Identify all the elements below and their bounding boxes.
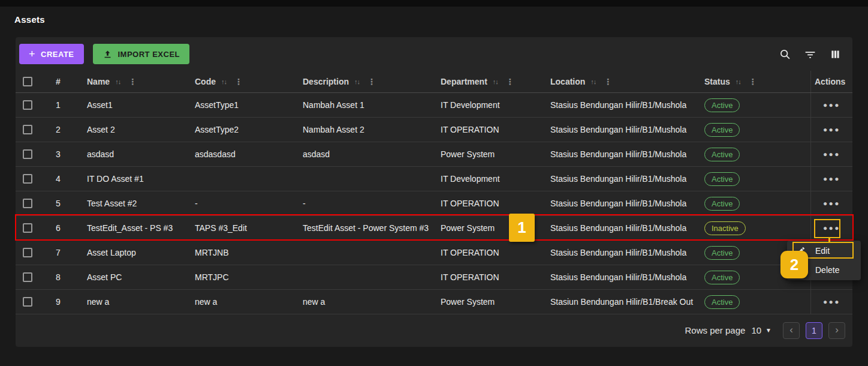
cell-select [16, 142, 48, 166]
table-row: 8 Asset PC MRTJPC IT OPERATION Stasius B… [16, 265, 852, 290]
row-checkbox[interactable] [23, 297, 32, 307]
row-actions-button[interactable]: ●●● [819, 197, 844, 210]
columns-icon[interactable] [829, 48, 842, 61]
row-actions-button[interactable]: ●●● [819, 172, 844, 185]
sort-icon[interactable]: ↑↓ [736, 78, 741, 85]
search-icon[interactable] [779, 48, 791, 61]
cell-name: TestEdit_Asset - PS #3 [80, 216, 188, 240]
row-checkbox[interactable] [23, 199, 32, 208]
kebab-icon[interactable]: ⋮ [749, 77, 757, 86]
header-checkbox[interactable] [23, 77, 32, 86]
cell-name: Asset Laptop [80, 241, 188, 265]
cell-description: - [296, 191, 433, 215]
cell-code: TAPS #3_Edit [188, 216, 296, 240]
cell-name: Test Asset #2 [80, 191, 188, 215]
cell-description: TestEdit Asset - Power System #3 [296, 216, 433, 240]
status-badge: Active [704, 246, 740, 260]
kebab-icon[interactable]: ⋮ [234, 77, 243, 86]
header-label-department: Department [441, 77, 487, 86]
filter-icon[interactable] [804, 48, 816, 61]
cell-select [16, 118, 48, 142]
row-actions-button[interactable]: ●●● [819, 98, 844, 112]
toolbar-icons [779, 48, 842, 61]
plus-icon: + [29, 49, 35, 59]
kebab-icon[interactable]: ⋮ [128, 77, 137, 86]
cell-name: Asset1 [80, 93, 188, 117]
toolbar: + CREATE IMPORT EXCEL [16, 37, 852, 71]
page-title: Assets [14, 14, 45, 25]
next-page-button[interactable]: › [828, 322, 845, 339]
top-edge [0, 0, 868, 7]
cell-select [16, 191, 48, 215]
row-checkbox[interactable] [23, 272, 32, 282]
cell-actions: ●●● [810, 290, 852, 314]
cell-description [296, 265, 433, 289]
current-page-button[interactable]: 1 [806, 322, 822, 339]
rows-per-page-label: Rows per page [685, 325, 746, 335]
cell-actions: ●●● [810, 142, 852, 166]
sort-icon[interactable]: ↑↓ [115, 78, 120, 85]
table-row: 6 TestEdit_Asset - PS #3 TAPS #3_Edit Te… [16, 216, 852, 241]
header-cell-department: Department ↑↓ ⋮ [433, 71, 543, 92]
cell-num: 5 [48, 191, 80, 215]
cell-actions: ●●● [810, 93, 852, 117]
cell-location: Stasius Bendungan Hilir/B1/Mushola [543, 216, 697, 240]
kebab-icon[interactable]: ⋮ [506, 77, 514, 86]
header-cell-code: Code ↑↓ ⋮ [188, 71, 296, 92]
row-checkbox[interactable] [23, 100, 32, 110]
annotation-marker-1: 1 [509, 214, 535, 242]
row-actions-button[interactable]: ●●● [819, 295, 844, 308]
sort-icon[interactable]: ↑↓ [493, 78, 498, 85]
status-badge: Active [704, 295, 740, 309]
row-actions-button[interactable]: ●●● [819, 148, 844, 161]
cell-location: Stasius Bendungan Hilir/B1/Mushola [543, 241, 697, 265]
row-checkbox[interactable] [23, 248, 32, 257]
status-badge: Active [704, 123, 740, 137]
cell-actions: ●●● [810, 118, 852, 142]
rows-per-page-select[interactable]: 10 ▼ [751, 325, 771, 335]
sort-icon[interactable]: ↑↓ [354, 78, 360, 85]
header-cell-name: Name ↑↓ ⋮ [80, 71, 188, 92]
cell-select [16, 167, 48, 191]
header-label-name: Name [87, 77, 110, 86]
sort-icon[interactable]: ↑↓ [221, 78, 227, 85]
table-body: 1 Asset1 AssetType1 Nambah Asset 1 IT De… [16, 93, 852, 314]
status-badge: Active [704, 197, 740, 211]
cell-name: Asset 2 [80, 118, 188, 142]
cell-status: Active [697, 118, 810, 142]
row-checkbox[interactable] [23, 149, 32, 159]
cell-name: Asset PC [80, 265, 188, 289]
rows-per-page-value: 10 [751, 325, 761, 335]
cell-code: MRTJNB [188, 241, 296, 265]
prev-page-button[interactable]: ‹ [783, 322, 800, 339]
kebab-icon[interactable]: ⋮ [604, 77, 612, 86]
cell-select [16, 290, 48, 314]
cell-department: IT OPERATION [433, 265, 543, 289]
header-cell-location: Location ↑↓ ⋮ [543, 71, 697, 92]
cell-status: Active [697, 191, 810, 215]
table-row: 3 asdasd asdasdasd asdasd Power System S… [16, 142, 852, 167]
cell-department: IT OPERATION [433, 191, 543, 215]
sort-icon[interactable]: ↑↓ [590, 78, 596, 85]
assets-card: + CREATE IMPORT EXCEL # [16, 37, 852, 347]
kebab-icon[interactable]: ⋮ [367, 77, 376, 86]
import-excel-button[interactable]: IMPORT EXCEL [93, 44, 190, 64]
table-row: 2 Asset 2 AssetType2 Nambah Asset 2 IT O… [16, 118, 852, 142]
annotation-marker-2: 2 [780, 251, 808, 278]
create-button[interactable]: + CREATE [19, 44, 84, 64]
status-badge: Active [704, 271, 740, 284]
cell-location: Stasiun Bendungan Hilir/B1/Break Out [543, 290, 697, 314]
row-checkbox[interactable] [23, 125, 32, 134]
cell-status: Inactive [697, 216, 810, 240]
row-actions-button[interactable]: ●●● [819, 221, 844, 235]
row-checkbox[interactable] [23, 223, 32, 233]
cell-department: IT OPERATION [433, 118, 543, 142]
header-label-status: Status [704, 77, 730, 86]
cell-num: 8 [48, 265, 80, 289]
upload-icon [103, 49, 113, 59]
row-checkbox[interactable] [23, 174, 32, 184]
row-actions-button[interactable]: ●●● [819, 123, 844, 136]
cell-department: Power System [433, 142, 543, 166]
header-label-description: Description [303, 77, 349, 86]
header-cell-description: Description ↑↓ ⋮ [296, 71, 433, 92]
